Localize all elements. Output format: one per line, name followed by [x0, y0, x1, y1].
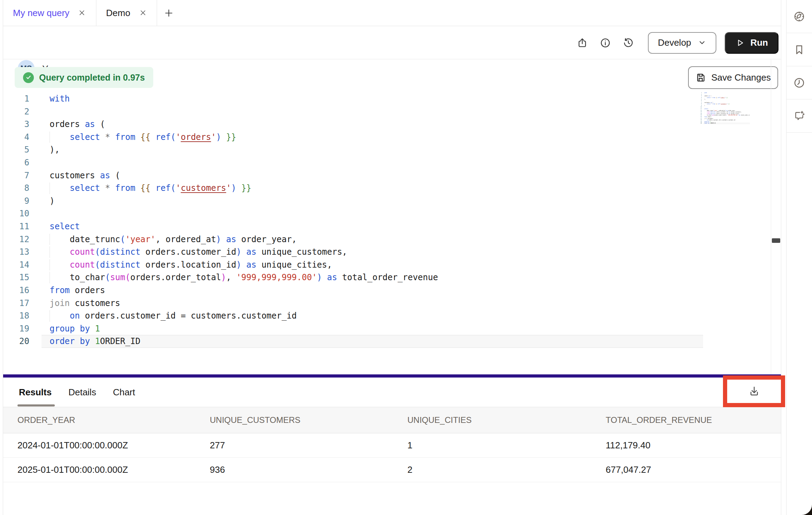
code-line-1[interactable]: 1with: [3, 92, 771, 105]
compass-icon: [793, 10, 805, 23]
code-text: from orders: [35, 284, 105, 297]
line-number: 14: [3, 259, 35, 271]
table-row[interactable]: 2024-01-01T00:00:00.000Z2771112,179.40: [3, 433, 781, 458]
run-button[interactable]: Run: [725, 32, 778, 54]
results-tab-chart[interactable]: Chart: [113, 387, 135, 398]
editor-scrollbar-thumb[interactable]: [772, 238, 780, 243]
tab-label: Demo: [106, 8, 130, 18]
active-line-highlight: [42, 335, 703, 348]
code-line-10[interactable]: 10: [3, 207, 771, 220]
check-circle-icon: [23, 72, 34, 83]
info-button[interactable]: [598, 35, 613, 51]
line-number: 5: [3, 143, 35, 156]
code-text: date_trunc('year', ordered_at) as order_…: [35, 233, 297, 246]
code-line-11[interactable]: 11select: [3, 220, 771, 233]
close-icon[interactable]: [139, 9, 147, 17]
code-line-2[interactable]: 2: [3, 105, 771, 118]
run-button-label: Run: [750, 37, 768, 48]
code-line-5[interactable]: 5),: [3, 143, 771, 156]
line-number: 6: [3, 156, 35, 169]
header-actions: Develop Run: [575, 26, 781, 59]
table-cell: 2025-01-01T00:00:00.000Z: [17, 464, 210, 475]
line-number: 4: [3, 131, 35, 144]
screen-corner: [800, 505, 812, 515]
download-results-button[interactable]: [744, 381, 765, 402]
history-button[interactable]: [621, 35, 636, 51]
code-line-20[interactable]: 20order by 1ORDER_ID: [699, 122, 750, 124]
table-cell: 2024-01-01T00:00:00.000Z: [17, 440, 210, 451]
sidebar-button-bookmark[interactable]: [787, 33, 812, 66]
code-line-16[interactable]: 16from orders: [3, 284, 771, 297]
save-changes-label: Save Changes: [711, 72, 771, 83]
chat-sparkle-icon: [793, 110, 805, 122]
new-tab-button[interactable]: [157, 0, 180, 26]
table-cell: 677,047.27: [606, 464, 781, 475]
panel-splitter[interactable]: [3, 374, 781, 378]
editor-tab-demo[interactable]: Demo: [96, 0, 157, 26]
table-cell: 1: [407, 440, 606, 451]
code-line-19[interactable]: 19group by 1: [3, 322, 771, 335]
save-changes-button[interactable]: Save Changes: [688, 66, 778, 89]
code-line-18[interactable]: 18 on orders.customer_id = customers.cus…: [3, 309, 771, 322]
sidebar-button-clock[interactable]: [787, 66, 812, 99]
code-text: select * from {{ ref('customers') }}: [35, 182, 251, 195]
code-line-12[interactable]: 12 date_trunc('year', ordered_at) as ord…: [3, 233, 771, 246]
code-line-4[interactable]: 4 select * from {{ ref('orders') }}: [3, 131, 771, 144]
results-tab-details[interactable]: Details: [68, 387, 96, 398]
history-icon: [623, 37, 634, 48]
develop-button[interactable]: Develop: [648, 32, 716, 54]
column-header: UNIQUE_CUSTOMERS: [210, 415, 407, 425]
code-line-9[interactable]: 9): [3, 195, 771, 208]
table-cell: 936: [210, 464, 407, 475]
code-text: count(distinct orders.location_id) as un…: [35, 259, 332, 271]
code-text: count(distinct orders.customer_id) as un…: [35, 246, 347, 259]
sidebar-button-compass[interactable]: [787, 0, 812, 33]
line-number: 10: [3, 207, 35, 220]
line-number: 9: [3, 195, 35, 208]
code-text: on orders.customer_id = customers.custom…: [35, 309, 297, 322]
editor-tab-my-new-query[interactable]: My new query: [3, 0, 96, 26]
editor-scrollbar-track: [771, 59, 771, 374]
editor-minimap[interactable]: 1with23orders as (4 select * from {{ ref…: [699, 92, 750, 124]
code-line-3[interactable]: 3orders as (: [3, 118, 771, 131]
app-window: My new query Demo MS Your query Develop …: [0, 0, 812, 515]
active-tab-underline: [17, 404, 55, 406]
code-line-20[interactable]: 20order by 1ORDER_ID: [3, 335, 771, 348]
sql-code-editor[interactable]: 1with23orders as (4 select * from {{ ref…: [3, 92, 771, 348]
line-number: 18: [3, 309, 35, 322]
code-text: ): [35, 195, 54, 208]
code-line-8[interactable]: 8 select * from {{ ref('customers') }}: [3, 182, 771, 195]
code-text: [35, 105, 50, 118]
column-header: UNIQUE_CITIES: [407, 415, 606, 425]
line-number: 1: [3, 92, 35, 105]
sidebar-button-chat-sparkle[interactable]: [787, 99, 812, 133]
code-text: with: [35, 92, 70, 105]
line-number: 17: [3, 297, 35, 310]
column-header: TOTAL_ORDER_REVENUE: [606, 415, 781, 425]
code-line-6[interactable]: 6: [3, 156, 771, 169]
column-header: ORDER_YEAR: [17, 415, 210, 425]
share-button[interactable]: [575, 35, 590, 51]
close-icon[interactable]: [78, 9, 86, 17]
download-highlight-box: [723, 375, 785, 407]
code-text: orders as (: [35, 118, 105, 131]
code-line-14[interactable]: 14 count(distinct orders.location_id) as…: [3, 259, 771, 271]
code-line-17[interactable]: 17join customers: [3, 297, 771, 310]
status-badge: Query completed in 0.97s: [15, 67, 153, 88]
code-text: customers as (: [35, 169, 120, 182]
line-number: 13: [3, 246, 35, 259]
code-line-13[interactable]: 13 count(distinct orders.customer_id) as…: [3, 246, 771, 259]
table-row[interactable]: 2025-01-01T00:00:00.000Z9362677,047.27: [3, 458, 781, 482]
code-text: order by 1ORDER_ID: [35, 335, 140, 348]
line-number: 2: [3, 105, 35, 118]
code-text: order by 1ORDER_ID: [702, 122, 716, 124]
line-number: 12: [3, 233, 35, 246]
code-text: [35, 156, 50, 169]
play-icon: [735, 38, 745, 48]
results-tab-results[interactable]: Results: [19, 387, 52, 398]
code-text: group by 1: [35, 322, 100, 335]
code-text: select * from {{ ref('orders') }}: [35, 131, 236, 144]
chevron-down-icon: [697, 38, 707, 47]
code-line-7[interactable]: 7customers as (: [3, 169, 771, 182]
code-line-15[interactable]: 15 to_char(sum(orders.order_total), '999…: [3, 271, 771, 284]
